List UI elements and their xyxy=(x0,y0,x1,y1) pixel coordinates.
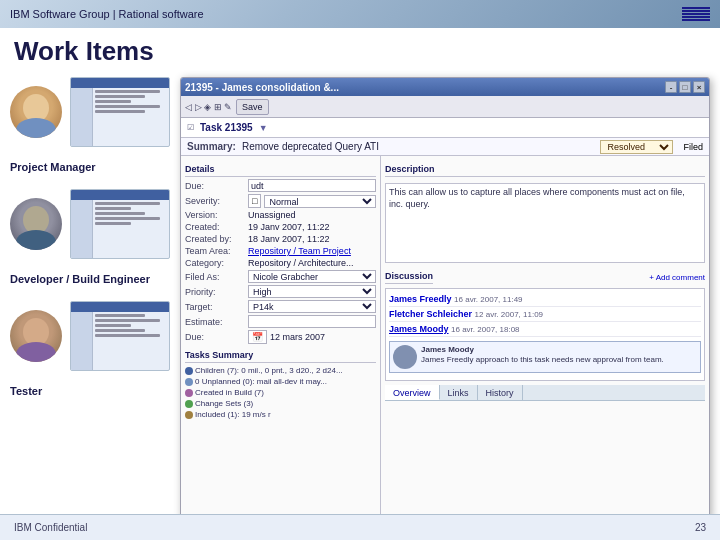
status-select[interactable]: Resolved New In Progress Closed xyxy=(600,140,673,154)
thumb-line xyxy=(95,329,145,332)
thumb-line xyxy=(95,110,145,113)
discussion-add-link[interactable]: + Add comment xyxy=(649,273,705,282)
field-input-due[interactable] xyxy=(248,179,376,192)
footer: IBM Confidential 23 xyxy=(0,514,720,540)
thumb-line xyxy=(95,334,160,337)
field-select-filed[interactable]: Nicole Grabcher xyxy=(248,270,376,283)
field-label-filed: Filed As: xyxy=(185,272,245,282)
card-author: James Moody xyxy=(421,345,474,354)
field-select-severity[interactable]: Normal xyxy=(264,195,376,208)
thumb-line xyxy=(95,100,131,103)
discussion-header: Discussion xyxy=(385,271,433,284)
discussion-author-2: Fletcher Schleicher xyxy=(389,309,472,319)
task-label-1: Children (7): 0 mil., 0 pnt., 3 d20., 2 … xyxy=(195,366,343,375)
field-select-priority[interactable]: High xyxy=(248,285,376,298)
ibm-logo-bar3 xyxy=(682,13,710,15)
ibm-logo xyxy=(682,7,710,21)
field-label-created: Created: xyxy=(185,222,245,232)
persona-tester xyxy=(10,301,170,371)
face-body-pm xyxy=(16,118,56,138)
tab-history[interactable]: History xyxy=(478,385,523,400)
header: IBM Software Group | Rational software xyxy=(0,0,720,28)
task-title-bar: ☑ Task 21395 ▼ xyxy=(181,118,709,138)
task-icon-5 xyxy=(185,411,193,419)
face-body-dev xyxy=(16,230,56,250)
task-icon-3 xyxy=(185,389,193,397)
page-title: Work Items xyxy=(0,28,720,73)
field-value-category: Repository / Architecture... xyxy=(248,258,376,268)
field-row-team: Team Area: Repository / Team Project xyxy=(185,246,376,256)
dialog-titlebar: 21395 - James consolidation &... - □ × xyxy=(181,78,709,96)
field-input-estimate[interactable] xyxy=(248,315,376,328)
field-label-target: Target: xyxy=(185,302,245,312)
field-value-created: 19 Janv 2007, 11:22 xyxy=(248,222,376,232)
ibm-logo-bar4 xyxy=(682,16,710,18)
thumb-line xyxy=(95,95,145,98)
thumb-line xyxy=(95,319,160,322)
persona-pm xyxy=(10,77,170,147)
discussion-item-3: James Moody 16 avr. 2007, 18:08 xyxy=(389,322,701,337)
persona-tester-label: Tester xyxy=(10,385,170,397)
minimize-button[interactable]: - xyxy=(665,81,677,93)
footer-confidential: IBM Confidential xyxy=(14,522,87,533)
task-icon-2 xyxy=(185,378,193,386)
task-label-5: Included (1): 19 m/s r xyxy=(195,410,271,419)
field-value-team[interactable]: Repository / Team Project xyxy=(248,246,376,256)
field-select-target[interactable]: P14k xyxy=(248,300,376,313)
description-text: This can allow us to capture all places … xyxy=(389,187,685,209)
tasks-section-header: Tasks Summary xyxy=(185,350,376,363)
thumb-line xyxy=(95,202,160,205)
discussion-item-2: Fletcher Schleicher 12 avr. 2007, 11:09 xyxy=(389,307,701,322)
discussion-section: James Freedly 16 avr. 2007, 11:49 Fletch… xyxy=(385,288,705,381)
screenshot-thumb-dev xyxy=(70,189,170,259)
task-icon-4 xyxy=(185,400,193,408)
thumb-line xyxy=(95,222,131,225)
thumb-content-dev xyxy=(95,202,167,256)
task-label-3: Created in Build (7) xyxy=(195,388,264,397)
discussion-author-1: James Freedly xyxy=(389,294,452,304)
field-row-due2: Due: 📅 12 mars 2007 xyxy=(185,330,376,344)
task-type-icon: ☑ xyxy=(187,123,194,132)
maximize-button[interactable]: □ xyxy=(679,81,691,93)
thumb-line xyxy=(95,90,160,93)
field-row-estimate: Estimate: xyxy=(185,315,376,328)
details-pane: Details Due: Severity: □ Normal Version:… xyxy=(181,156,381,518)
screenshot-thumb-tester xyxy=(70,301,170,371)
thumb-header-dev xyxy=(71,190,169,200)
discussion-date-1: 16 avr. 2007, 11:49 xyxy=(454,295,523,304)
task-item-4: Change Sets (3) xyxy=(185,398,376,409)
toolbar-icons: ◁ ▷ ◈ ⊞ ✎ xyxy=(185,102,232,112)
discussion-header-row: Discussion + Add comment xyxy=(385,271,705,284)
dialog-titlebar-controls: - □ × xyxy=(665,81,705,93)
discussion-card: James Moody James Freedly approach to th… xyxy=(389,341,701,373)
thumb-line xyxy=(95,217,160,220)
task-item-5: Included (1): 19 m/s r xyxy=(185,409,376,420)
tab-bar: Overview Links History xyxy=(385,385,705,401)
discussion-author-3[interactable]: James Moody xyxy=(389,324,449,334)
thumb-content-tester xyxy=(95,314,167,368)
ibm-logo-bar5 xyxy=(682,19,710,21)
dialog-title: 21395 - James consolidation &... xyxy=(185,82,339,93)
dialog-panel: 21395 - James consolidation &... - □ × ◁… xyxy=(180,77,710,519)
discussion-item-1: James Freedly 16 avr. 2007, 11:49 xyxy=(389,292,701,307)
task-icon-1 xyxy=(185,367,193,375)
tab-links[interactable]: Links xyxy=(440,385,478,400)
thumb-line xyxy=(95,212,145,215)
field-row-priority: Priority: High xyxy=(185,285,376,298)
task-item-1: Children (7): 0 mil., 0 pnt., 3 d20., 2 … xyxy=(185,365,376,376)
thumb-line xyxy=(95,105,160,108)
task-id: Task 21395 xyxy=(200,122,253,133)
field-row-filed: Filed As: Nicole Grabcher xyxy=(185,270,376,283)
tab-overview[interactable]: Overview xyxy=(385,385,440,400)
field-label-severity: Severity: xyxy=(185,196,245,206)
save-button[interactable]: Save xyxy=(236,99,269,115)
thumb-content-pm xyxy=(95,90,167,144)
main-content: Project Manager Developer / Build Engine… xyxy=(0,73,720,523)
dropdown-icon[interactable]: ▼ xyxy=(259,123,268,133)
thumb-sidebar-dev xyxy=(71,200,93,259)
field-label-estimate: Estimate: xyxy=(185,317,245,327)
thumb-line xyxy=(95,207,131,210)
close-button[interactable]: × xyxy=(693,81,705,93)
thumb-header-tester xyxy=(71,302,169,312)
desc-section-header: Description xyxy=(385,164,705,177)
